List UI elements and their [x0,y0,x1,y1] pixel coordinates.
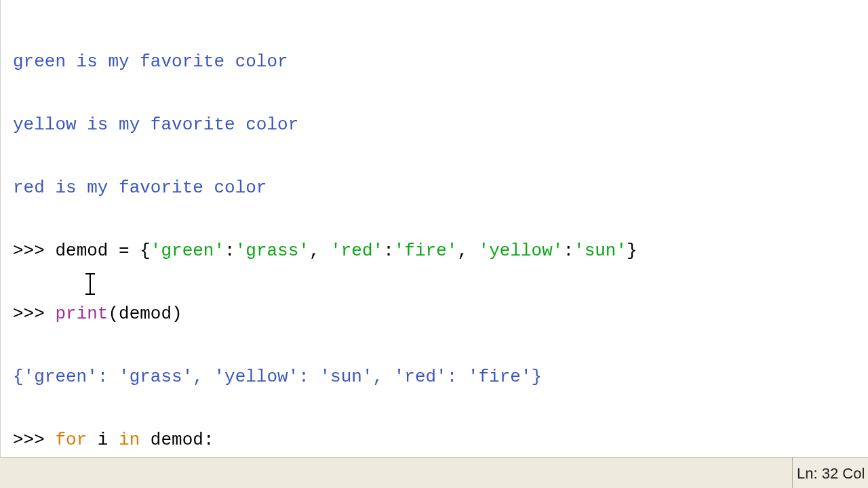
output-line: red is my favorite color [13,178,868,199]
idle-shell-window: green is my favorite color yellow is my … [0,0,868,488]
shell-text-area[interactable]: green is my favorite color yellow is my … [0,0,868,457]
prompt: >>> [13,430,55,450]
prompt: >>> [13,304,55,324]
ln-label: Ln: [797,465,822,482]
output-line: yellow is my favorite color [13,115,868,136]
input-line: >>> for i in demod: [13,430,868,451]
input-line: >>> print(demod) [13,304,868,325]
ln-value: 32 [822,465,838,482]
prompt: >>> [13,241,55,261]
status-bar: Ln: 32 Col [0,457,868,488]
input-line: >>> demod = {'green':'grass', 'red':'fir… [13,241,868,262]
line-col-indicator: Ln: 32 Col [792,457,868,488]
output-line: green is my favorite color [13,52,868,73]
output-line: {'green': 'grass', 'yellow': 'sun', 'red… [13,367,868,388]
col-label: Col [838,465,865,482]
